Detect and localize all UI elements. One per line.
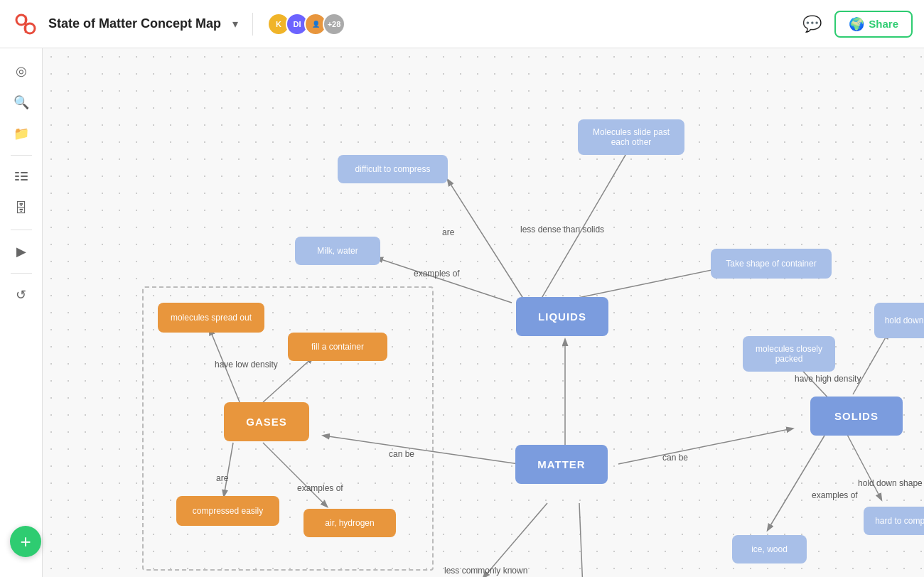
node-molecules-slide[interactable]: Molecules slide pasteach other bbox=[578, 119, 684, 155]
main-content: ◎ 🔍 📁 🗄 ▶ ↺ bbox=[0, 48, 924, 577]
node-matter[interactable]: MATTER bbox=[515, 445, 608, 484]
arrow-liquids-milk-water bbox=[377, 258, 512, 303]
svg-rect-7 bbox=[21, 176, 28, 177]
label-less-dense: less dense than solids bbox=[520, 225, 604, 234]
node-difficult-compress[interactable]: difficult to compress bbox=[338, 155, 448, 183]
arrow-solids-ice-wood bbox=[768, 436, 824, 530]
node-molecules-closely[interactable]: molecules closelypacked bbox=[743, 336, 835, 372]
node-hold-down-shape[interactable]: hold down shape bbox=[874, 303, 924, 338]
arrow-matter-down-right bbox=[579, 503, 583, 577]
label-examples-of-3: examples of bbox=[812, 490, 858, 500]
node-hard-compress[interactable]: hard to compress bbox=[864, 507, 924, 535]
arrow-matter-solids bbox=[618, 428, 793, 464]
document-title: State of Matter Concept Map bbox=[48, 16, 221, 31]
arrow-liquids-molecules-slide bbox=[540, 143, 633, 301]
label-have-high-density: have high density bbox=[795, 374, 861, 384]
sidebar-separator-2 bbox=[11, 230, 32, 230]
node-hold-down-shape-label: hold down shape bbox=[885, 316, 924, 325]
arrow-liquids-difficult-compress bbox=[448, 180, 526, 303]
node-air-hydrogen-label: air, hydrogen bbox=[325, 518, 374, 528]
sidebar-item-folder[interactable]: 📁 bbox=[7, 119, 36, 148]
node-molecules-closely-label: molecules closelypacked bbox=[756, 344, 822, 364]
sidebar: ◎ 🔍 📁 🗄 ▶ ↺ bbox=[0, 48, 43, 577]
collaborator-avatars: K DI 👤 +28 bbox=[267, 13, 345, 36]
arrow-matter-down-left bbox=[483, 503, 547, 577]
sidebar-item-presentation[interactable]: ▶ bbox=[7, 237, 36, 266]
node-solids[interactable]: SOLIDS bbox=[810, 397, 903, 436]
node-take-shape-label: Take shape of container bbox=[726, 259, 816, 269]
share-globe-icon: 🌍 bbox=[849, 16, 864, 32]
node-molecules-spread-label: molecules spread out bbox=[171, 313, 252, 323]
topbar: State of Matter Concept Map ▾ K DI 👤 +28… bbox=[0, 0, 924, 48]
label-hold-down-shape-2: hold down shape bbox=[858, 478, 923, 488]
label-can-be-2: can be bbox=[662, 453, 688, 463]
sidebar-item-history[interactable]: ↺ bbox=[7, 281, 36, 309]
label-less-commonly-1: less commonly known bbox=[444, 566, 527, 576]
svg-rect-9 bbox=[21, 179, 28, 180]
node-difficult-compress-label: difficult to compress bbox=[355, 164, 431, 174]
canvas[interactable]: MATTER LIQUIDS SOLIDS GASES Molecules sl… bbox=[43, 48, 924, 577]
node-air-hydrogen[interactable]: air, hydrogen bbox=[303, 509, 396, 537]
node-fill-container-label: fill a container bbox=[311, 342, 364, 352]
arrow-solids-hard-compress bbox=[846, 432, 881, 500]
label-are-2: are bbox=[216, 473, 228, 483]
node-milk-water-label: Milk, water bbox=[317, 246, 358, 256]
sidebar-item-search[interactable]: 🔍 bbox=[7, 88, 36, 117]
label-have-low-density: have low density bbox=[215, 360, 278, 370]
arrow-gases-fill-container bbox=[263, 357, 313, 402]
node-fill-container[interactable]: fill a container bbox=[288, 333, 387, 361]
arrow-solids-hold-down-shape bbox=[853, 333, 888, 394]
logo[interactable] bbox=[11, 10, 40, 38]
arrow-matter-gases bbox=[323, 436, 519, 464]
arrow-gases-compressed bbox=[224, 443, 233, 496]
node-hard-compress-label: hard to compress bbox=[875, 516, 924, 526]
share-button[interactable]: 🌍 Share bbox=[834, 11, 913, 38]
arrow-gases-molecules-spread bbox=[210, 329, 242, 407]
node-take-shape[interactable]: Take shape of container bbox=[711, 249, 832, 279]
node-gases[interactable]: GASES bbox=[224, 402, 309, 441]
node-milk-water[interactable]: Milk, water bbox=[295, 237, 380, 265]
sidebar-item-list[interactable] bbox=[7, 163, 36, 191]
svg-rect-5 bbox=[21, 172, 28, 173]
label-examples-of-2: examples of bbox=[297, 483, 343, 493]
title-separator bbox=[252, 13, 253, 36]
sidebar-item-database[interactable]: 🗄 bbox=[7, 194, 36, 222]
svg-rect-4 bbox=[15, 172, 19, 173]
comment-icon: 💬 bbox=[802, 15, 822, 33]
node-ice-wood[interactable]: ice, wood bbox=[732, 535, 807, 563]
share-label: Share bbox=[869, 18, 898, 30]
title-dropdown-button[interactable]: ▾ bbox=[232, 17, 238, 31]
node-solids-label: SOLIDS bbox=[834, 410, 879, 422]
label-can-be-1: can be bbox=[389, 449, 414, 459]
comment-button[interactable]: 💬 bbox=[798, 11, 826, 38]
sidebar-separator-3 bbox=[11, 273, 32, 274]
sidebar-item-compass[interactable]: ◎ bbox=[7, 57, 36, 85]
node-gases-label: GASES bbox=[246, 416, 287, 428]
node-molecules-spread[interactable]: molecules spread out bbox=[158, 303, 264, 333]
avatar-count: +28 bbox=[323, 13, 345, 36]
svg-rect-6 bbox=[15, 176, 19, 177]
node-compressed-easily-label: compressed easily bbox=[193, 506, 263, 516]
node-liquids[interactable]: LIQUIDS bbox=[516, 297, 608, 336]
sidebar-separator-1 bbox=[11, 155, 32, 156]
label-examples-of-1: examples of bbox=[414, 269, 460, 279]
node-ice-wood-label: ice, wood bbox=[751, 544, 788, 554]
node-compressed-easily[interactable]: compressed easily bbox=[176, 496, 279, 526]
svg-rect-8 bbox=[15, 179, 19, 180]
node-molecules-slide-label: Molecules slide pasteach other bbox=[593, 127, 670, 147]
add-icon: + bbox=[20, 531, 31, 553]
label-are-1: are bbox=[442, 227, 454, 237]
node-matter-label: MATTER bbox=[537, 458, 585, 470]
add-fab-button[interactable]: + bbox=[10, 526, 41, 557]
node-liquids-label: LIQUIDS bbox=[538, 311, 586, 323]
